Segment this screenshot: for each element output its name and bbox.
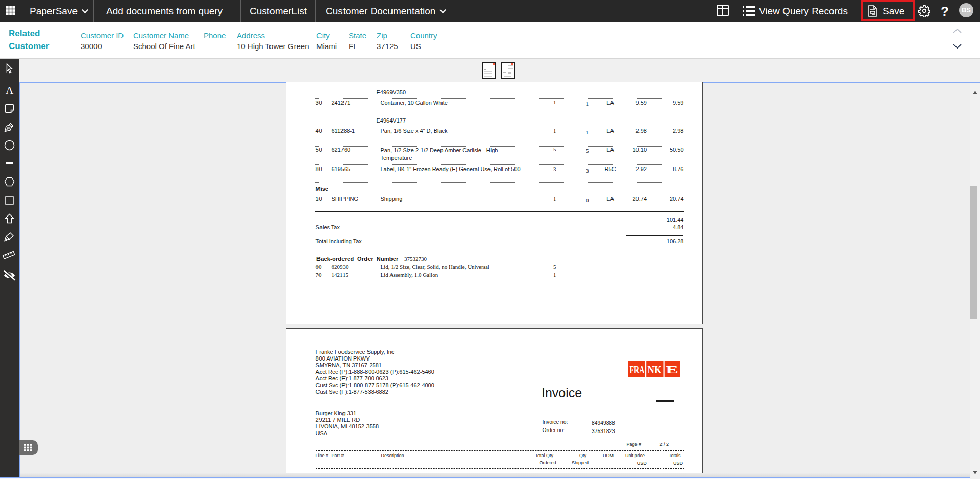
svg-text:FRA: FRA	[629, 363, 645, 375]
svg-text:E: E	[666, 363, 678, 375]
svg-text:NK: NK	[647, 363, 662, 375]
